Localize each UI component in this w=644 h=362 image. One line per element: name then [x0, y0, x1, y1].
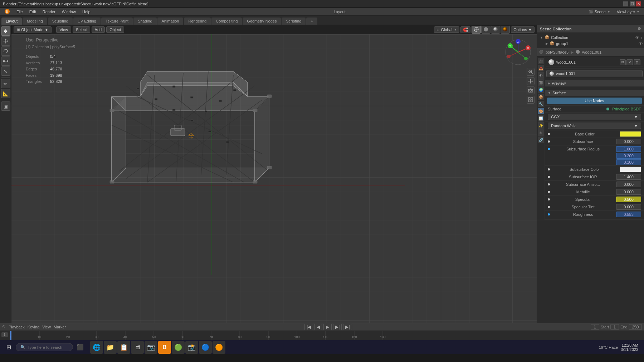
- taskbar-app3[interactable]: 📋: [117, 341, 130, 354]
- global-orient[interactable]: ⊕ Global ▼: [434, 26, 459, 33]
- file-menu[interactable]: File: [14, 9, 26, 15]
- tab-shading[interactable]: Shading: [133, 18, 156, 25]
- task-view-btn[interactable]: ⬛: [74, 342, 86, 353]
- cursor-tool[interactable]: ✥: [1, 26, 10, 36]
- play-btn[interactable]: ▶: [323, 324, 332, 330]
- end-frame[interactable]: 250: [629, 324, 642, 330]
- zoom-icon[interactable]: [527, 68, 535, 76]
- props-particle-icon[interactable]: ✨: [538, 122, 544, 129]
- surface-header[interactable]: ▼ Surface: [545, 90, 644, 96]
- prev-frame-btn[interactable]: ◀: [314, 324, 322, 330]
- subsurface-value[interactable]: 0.000: [616, 139, 641, 144]
- tab-sculpting[interactable]: Sculpting: [48, 18, 73, 25]
- props-output-icon[interactable]: 📤: [538, 65, 544, 71]
- metallic-value[interactable]: 0.000: [616, 189, 641, 195]
- subsurface-ior-value[interactable]: 1.400: [616, 174, 641, 180]
- props-constraint-icon[interactable]: 🔗: [538, 137, 544, 143]
- taskbar-explorer[interactable]: 🌐: [90, 341, 103, 354]
- render-menu[interactable]: Render: [40, 9, 58, 15]
- tab-add[interactable]: +: [306, 18, 317, 25]
- material-copy-btn[interactable]: ⧉: [620, 59, 626, 65]
- props-modifier-icon[interactable]: 🔧: [538, 101, 544, 107]
- props-object-icon[interactable]: 📦: [538, 94, 544, 100]
- collection-item-group1[interactable]: ▶ 📦 group1 👁: [537, 40, 644, 46]
- breadcrumb-part1[interactable]: [539, 50, 543, 55]
- grid-icon[interactable]: [527, 96, 535, 104]
- ggx-dropdown[interactable]: GGX ▼: [548, 114, 641, 120]
- current-frame[interactable]: 1: [591, 324, 599, 330]
- material-name-input-area[interactable]: wood1.001: [546, 70, 643, 77]
- subsurface-radius-1[interactable]: 1.000: [616, 146, 641, 152]
- taskbar-app10[interactable]: 🟠: [213, 341, 225, 354]
- view-btn[interactable]: View: [42, 325, 51, 329]
- taskbar-app8[interactable]: 📸: [185, 341, 198, 354]
- scene-select[interactable]: 🎬 Scene ▼: [586, 9, 613, 15]
- base-color-swatch[interactable]: [620, 131, 641, 137]
- subsurface-radius-2[interactable]: 0.200: [616, 153, 641, 159]
- props-view-icon[interactable]: 👁: [538, 72, 544, 79]
- specular-value[interactable]: 0.500: [616, 197, 641, 202]
- preview-header[interactable]: ▶ Preview: [545, 80, 644, 86]
- view-mode-selector[interactable]: ⊞ Object Mode ▼: [14, 26, 52, 33]
- taskbar-app4[interactable]: 🖥: [131, 341, 144, 354]
- start-frame[interactable]: 1: [610, 324, 619, 330]
- rotate-tool[interactable]: [1, 46, 10, 56]
- viewport-3d[interactable]: ⊞ Object Mode ▼ View Select Add Object ⊕…: [11, 25, 537, 323]
- tab-texture-paint[interactable]: Texture Paint: [101, 18, 133, 25]
- rendered-shading[interactable]: [501, 26, 510, 34]
- camera-icon[interactable]: [527, 86, 535, 94]
- start-button[interactable]: ⊞: [3, 342, 14, 353]
- taskbar-app7[interactable]: 🟢: [172, 341, 185, 354]
- props-material-icon[interactable]: 🎨: [538, 108, 544, 114]
- viewport-gizmo[interactable]: X Y Z: [504, 38, 532, 66]
- roughness-value[interactable]: 0.553: [616, 212, 641, 217]
- props-data-icon[interactable]: 📊: [538, 115, 544, 122]
- measure-tool[interactable]: 📐: [1, 89, 10, 98]
- jump-start-btn[interactable]: |◀: [304, 324, 313, 330]
- viewport-view-menu[interactable]: View: [56, 26, 71, 33]
- scene-coll-filter[interactable]: ⚙: [638, 26, 641, 31]
- next-frame-btn[interactable]: ▶|: [333, 324, 342, 330]
- material-shading[interactable]: [491, 26, 500, 34]
- random-walk-dropdown[interactable]: Random Walk ▼: [548, 123, 641, 129]
- subsurface-radius-3[interactable]: 0.100: [616, 159, 641, 165]
- collection-eye-icon[interactable]: 👁: [635, 35, 639, 40]
- collection-hide-icon[interactable]: ↕: [641, 35, 643, 40]
- material-settings-btn[interactable]: ⚙: [634, 59, 640, 65]
- props-scene-icon[interactable]: 🎬: [538, 79, 544, 86]
- material-delete-btn[interactable]: ✕: [626, 59, 633, 65]
- tab-animation[interactable]: Animation: [157, 18, 184, 25]
- tab-geometry-nodes[interactable]: Geometry Nodes: [243, 18, 281, 25]
- keying-btn[interactable]: Keying: [28, 325, 40, 329]
- taskbar-app6[interactable]: B: [158, 341, 171, 354]
- subsurface-aniso-value[interactable]: 0.000: [616, 182, 641, 187]
- breadcrumb-icon2[interactable]: [576, 50, 580, 55]
- tab-compositing[interactable]: Compositing: [211, 18, 242, 25]
- transform-tool[interactable]: ⤡: [1, 66, 10, 76]
- taskbar-app5[interactable]: 📷: [145, 341, 157, 354]
- tab-modeling[interactable]: Modeling: [23, 18, 47, 25]
- viewport-select-menu[interactable]: Select: [73, 26, 90, 33]
- taskbar-filemanager[interactable]: 📁: [104, 341, 117, 354]
- viewport-add-menu[interactable]: Add: [92, 26, 105, 33]
- subsurface-color-swatch[interactable]: [620, 167, 641, 172]
- tab-scripting[interactable]: Scripting: [282, 18, 306, 25]
- tab-layout[interactable]: Layout: [1, 18, 22, 25]
- collection-item-main[interactable]: ▼ 📦 Collection 👁 ↕: [537, 34, 644, 40]
- playback-btn[interactable]: Playback: [9, 325, 25, 329]
- props-render-icon[interactable]: 🎥: [538, 58, 544, 64]
- taskbar-search[interactable]: 🔍 Type here to search: [16, 343, 73, 351]
- timeline-track[interactable]: 1 10 20 30 40 50 60 70 80 90 1: [0, 331, 644, 340]
- window-controls[interactable]: — ☐ ✕: [623, 1, 641, 6]
- window-menu[interactable]: Window: [59, 9, 79, 15]
- solid-shading[interactable]: [481, 26, 491, 34]
- minimize-button[interactable]: —: [623, 1, 628, 6]
- snap-controls[interactable]: 🧲: [460, 26, 470, 33]
- edit-menu[interactable]: Edit: [26, 9, 39, 15]
- marker-btn[interactable]: Marker: [54, 325, 66, 329]
- props-physics-icon[interactable]: ⚛: [538, 129, 544, 136]
- group1-eye-icon[interactable]: 👁: [639, 41, 643, 46]
- specular-tint-value[interactable]: 0.000: [616, 204, 641, 210]
- close-button[interactable]: ✕: [636, 1, 641, 6]
- add-tool[interactable]: ▣: [1, 101, 10, 111]
